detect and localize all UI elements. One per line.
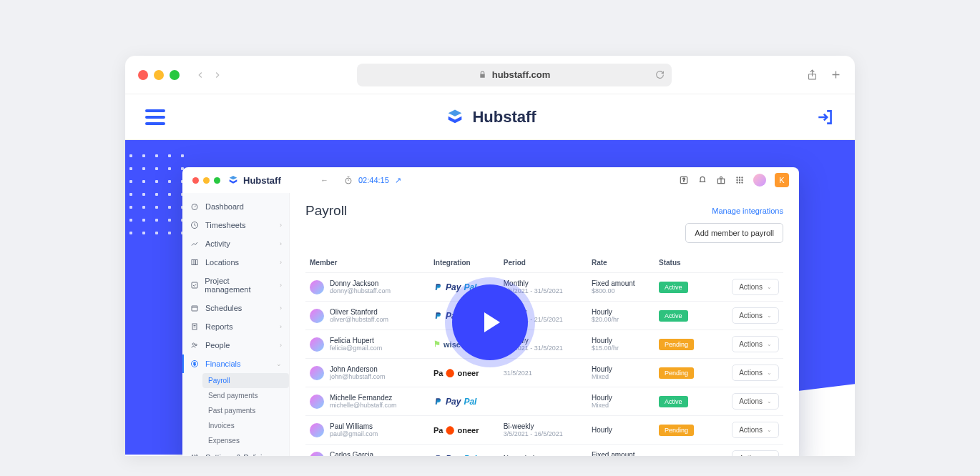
rate-type: Hourly [592, 426, 650, 434]
svg-point-11 [736, 177, 738, 178]
map-icon [190, 258, 200, 267]
window-controls[interactable] [138, 70, 180, 80]
actions-button[interactable]: Actions ⌄ [732, 450, 779, 456]
bell-icon[interactable] [697, 175, 707, 185]
site-header: Hubstaff [125, 94, 855, 140]
actions-button[interactable]: Actions ⌄ [732, 307, 779, 324]
sidebar-item-timesheets[interactable]: Timesheets› [182, 216, 289, 234]
dashboard-icon [190, 202, 200, 211]
rate-value: Mixed [592, 373, 650, 380]
new-tab-icon[interactable] [830, 69, 842, 81]
people-icon [190, 341, 200, 349]
sidebar-item-dashboard[interactable]: Dashboard [182, 197, 289, 216]
add-member-button[interactable]: Add member to payroll [685, 223, 783, 243]
sidebar-sub-payroll[interactable]: Payroll [202, 373, 289, 388]
chevron-down-icon: ⌄ [767, 455, 772, 456]
member-email: felicia@gmail.com [330, 344, 382, 352]
stopwatch-icon [344, 176, 353, 184]
actions-button[interactable]: Actions ⌄ [732, 336, 779, 352]
chevron-icon: › [280, 304, 282, 312]
timer-value: 02:44:15 [358, 176, 389, 184]
forward-button[interactable] [212, 70, 222, 80]
maximize-icon[interactable] [170, 70, 180, 80]
login-icon[interactable] [816, 108, 835, 127]
sidebar-sub-expenses[interactable]: Expenses [202, 433, 289, 448]
chevron-icon: › [280, 282, 282, 289]
sidebar-item-activity[interactable]: Activity› [182, 234, 289, 253]
member-name: Paul Williams [330, 422, 378, 430]
close-icon[interactable] [138, 70, 148, 80]
svg-rect-23 [192, 260, 197, 265]
svg-point-41 [196, 455, 197, 457]
url-text: hubstaff.com [492, 69, 551, 80]
avatar [310, 395, 324, 409]
chevron-icon: › [280, 222, 282, 229]
chevron-icon: › [280, 342, 282, 349]
play-button[interactable] [452, 284, 528, 360]
sliders-icon [190, 453, 200, 456]
paypal-logo: PayPal [433, 454, 495, 457]
status-badge: Pending [659, 339, 694, 350]
avatar [310, 337, 324, 352]
avatar[interactable] [753, 174, 766, 187]
popout-icon[interactable]: ↗ [395, 176, 401, 185]
sidebar-item-locations[interactable]: Locations› [182, 253, 289, 272]
rate-value: Mixed [592, 402, 650, 409]
sidebar-sub-past-payments[interactable]: Past payments [202, 403, 289, 418]
menu-button[interactable] [145, 109, 165, 125]
table-row: Donny Jacksondonny@hubstaff.com PayPalMo… [305, 273, 783, 302]
svg-point-33 [195, 344, 197, 346]
sidebar-item-financials[interactable]: $Financials⌄ [182, 354, 289, 373]
period-range: 31/5/2021 [504, 370, 583, 377]
brand-logo[interactable]: Hubstaff [445, 107, 536, 127]
actions-button[interactable]: Actions ⌄ [732, 393, 779, 410]
sidebar-sub-invoices[interactable]: Invoices [202, 418, 289, 433]
status-badge: Pending [659, 367, 694, 379]
svg-point-15 [739, 179, 740, 181]
clock-icon [190, 221, 200, 229]
member-email: michelle@hubstaff.com [330, 402, 397, 409]
actions-button[interactable]: Actions ⌄ [732, 279, 779, 295]
sidebar-item-label: Financials [205, 360, 241, 368]
actions-button[interactable]: Actions ⌄ [732, 365, 779, 381]
help-icon[interactable]: ? [679, 175, 689, 185]
sidebar-item-reports[interactable]: Reports› [182, 317, 289, 336]
reload-icon[interactable] [655, 70, 665, 79]
sidebar-item-settings-policies[interactable]: Settings & Policies› [182, 448, 289, 456]
sidebar-item-people[interactable]: People› [182, 336, 289, 354]
share-icon[interactable] [806, 69, 818, 81]
actions-button[interactable]: Actions ⌄ [732, 422, 779, 438]
sidebar-item-project-management[interactable]: Project management› [182, 272, 289, 299]
period-value: Monthly [504, 279, 583, 287]
address-bar[interactable]: hubstaff.com [357, 64, 672, 86]
rate-type: Fixed amount [592, 279, 650, 287]
collapse-sidebar-icon[interactable]: ← [320, 176, 328, 184]
avatar [310, 423, 324, 437]
app-brand: Hubstaff [227, 174, 313, 186]
chevron-icon: › [280, 454, 282, 456]
main-content: Payroll Manage integrations Add member t… [290, 193, 799, 456]
sidebar-item-label: Project management [205, 277, 274, 294]
rate-type: Hourly [592, 394, 650, 402]
member-name: Michelle Fernandez [330, 394, 397, 402]
member-name: John Anderson [330, 365, 386, 373]
sidebar-sub-send-payments[interactable]: Send payments [202, 388, 289, 403]
column-header: Period [499, 253, 587, 273]
back-button[interactable] [195, 70, 205, 80]
member-cell: Donny Jacksondonny@hubstaff.com [310, 279, 425, 294]
sidebar-item-schedules[interactable]: Schedules› [182, 299, 289, 317]
apps-icon[interactable] [735, 175, 745, 185]
column-header: Integration [429, 253, 499, 273]
member-email: paul@gmail.com [330, 430, 378, 437]
org-badge[interactable]: K [775, 173, 789, 187]
payroll-table: MemberIntegrationPeriodRateStatus Donny … [305, 253, 783, 456]
sidebar-item-label: Activity [205, 239, 230, 248]
chevron-icon: › [280, 259, 282, 266]
member-name: Donny Jackson [330, 279, 391, 287]
gift-icon[interactable] [716, 175, 726, 185]
doc-icon [190, 322, 200, 331]
manage-integrations-link[interactable]: Manage integrations [712, 207, 783, 215]
minimize-icon[interactable] [154, 70, 164, 80]
timer-widget[interactable]: 02:44:15 ↗ [344, 176, 401, 185]
member-email: oliver@hubstaff.com [330, 316, 388, 323]
